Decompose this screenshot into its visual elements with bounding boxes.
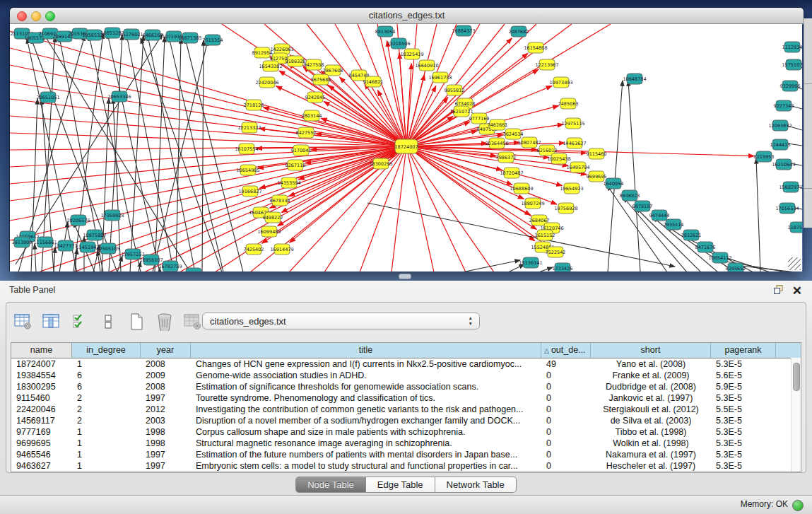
network-node[interactable]: 9146821: [363, 76, 384, 87]
network-node[interactable]: 5675685: [311, 74, 331, 85]
network-node[interactable]: 7986372: [496, 152, 517, 163]
network-node[interactable]: 16495794: [566, 162, 589, 173]
column-header-in-degree[interactable]: in_degree: [72, 343, 141, 358]
table-row[interactable]: 1872400712008Changes of HCN gene express…: [11, 358, 801, 370]
window-titlebar[interactable]: citations_edges.txt: [10, 8, 804, 24]
network-node[interactable]: 1615152: [535, 230, 555, 240]
network-node[interactable]: 12213323: [237, 122, 261, 133]
network-node[interactable]: 15692971: [779, 182, 802, 192]
tab-node-table[interactable]: Node Table: [295, 477, 366, 493]
network-node[interactable]: 7515354: [203, 35, 223, 45]
table-row[interactable]: 1830029562008Estimation of significance …: [11, 381, 801, 392]
network-node[interactable]: 8938923: [620, 190, 640, 201]
float-panel-icon[interactable]: [773, 284, 784, 298]
table-row[interactable]: 911546021997Tourette syndrome. Phenomeno…: [11, 392, 801, 404]
network-node[interactable]: 6466160: [143, 30, 163, 40]
network-node[interactable]: 9498222: [263, 212, 283, 223]
network-node[interactable]: 9955812: [445, 85, 465, 95]
scrollbar-thumb[interactable]: [793, 363, 800, 391]
network-node[interactable]: 1112934: [782, 42, 802, 52]
network-node[interactable]: 23218506: [387, 38, 410, 49]
network-node[interactable]: 15136141: [519, 257, 542, 268]
column-header-year[interactable]: year: [141, 343, 191, 358]
network-node[interactable]: 3913909: [12, 237, 33, 247]
network-node[interactable]: 19654923: [560, 183, 583, 194]
table-row[interactable]: 946554611997Estimation of the future num…: [11, 449, 801, 460]
network-node[interactable]: 2935114: [664, 219, 684, 230]
network-node[interactable]: 1244413: [770, 139, 791, 150]
network-node[interactable]: 2087682: [509, 26, 529, 37]
network-node[interactable]: 10648784: [623, 74, 646, 84]
network-node[interactable]: 20364456: [485, 138, 508, 148]
network-node[interactable]: 19166827: [238, 186, 261, 197]
network-node[interactable]: 22420046: [255, 77, 278, 88]
network-node[interactable]: 10654985: [236, 165, 259, 175]
close-panel-icon[interactable]: ✕: [792, 286, 802, 297]
network-node[interactable]: 18325419: [400, 49, 423, 59]
rows-icon[interactable]: [98, 313, 118, 331]
network-canvas[interactable]: 2113105319055724210691402069140620153624…: [10, 24, 802, 271]
column-header-short[interactable]: short: [591, 343, 711, 358]
network-node[interactable]: 20206576: [66, 215, 90, 226]
network-node[interactable]: 6879197: [632, 201, 653, 211]
network-node[interactable]: 10807487: [517, 137, 541, 148]
table-row[interactable]: 2242004622012Investigating the contribut…: [11, 404, 801, 415]
network-node[interactable]: 16154808: [524, 42, 547, 53]
network-node[interactable]: 16640910: [415, 60, 438, 71]
network-node[interactable]: 12213967: [535, 59, 558, 70]
network-node[interactable]: 8215953: [754, 151, 775, 162]
network-node[interactable]: 9242845: [305, 92, 326, 103]
network-node[interactable]: 20651051: [36, 92, 59, 103]
network-node[interactable]: 15751074: [782, 59, 802, 70]
network-node[interactable]: 3624534: [503, 129, 524, 139]
network-canvas-svg[interactable]: 2113105319055724210691402069140620153624…: [10, 24, 802, 271]
table-row[interactable]: 969969511998Structural magnetic resonanc…: [11, 438, 801, 449]
network-node[interactable]: 16961758: [428, 72, 452, 83]
new-document-icon[interactable]: [126, 313, 146, 331]
network-node[interactable]: 8267110: [286, 160, 306, 170]
table-row[interactable]: 1938455462009Genome-wide association stu…: [11, 370, 801, 381]
network-node[interactable]: 7425402: [244, 244, 264, 255]
tab-edge-table[interactable]: Edge Table: [366, 477, 435, 493]
window-resize-grip[interactable]: [788, 257, 801, 270]
table-scrollbar[interactable]: [791, 358, 801, 472]
network-node[interactable]: 16099489: [257, 226, 281, 237]
network-node[interactable]: 9245652: [726, 263, 746, 271]
network-node[interactable]: 9115460: [587, 148, 607, 159]
network-node[interactable]: 9170041: [291, 145, 312, 156]
network-node[interactable]: 10973493: [549, 77, 572, 88]
network-hub-node[interactable]: 18724007: [394, 139, 418, 153]
network-node[interactable]: 8186328: [286, 56, 306, 66]
network-node[interactable]: 16107554: [235, 144, 258, 154]
network-node[interactable]: 20653346: [107, 91, 131, 102]
network-node[interactable]: 9474444: [649, 210, 670, 221]
network-node[interactable]: 8813054: [375, 26, 396, 37]
network-node[interactable]: 9427508: [304, 59, 324, 70]
network-node[interactable]: 2718126: [244, 100, 264, 110]
network-node[interactable]: 12093832: [768, 120, 792, 131]
network-node[interactable]: 19756928: [554, 203, 577, 214]
network-node[interactable]: 18807249: [521, 198, 544, 209]
network-node[interactable]: 9699695: [587, 171, 607, 182]
row-checks-icon[interactable]: [70, 313, 90, 331]
network-node[interactable]: 8471676: [695, 242, 716, 252]
column-header-out-degree[interactable]: △out_de...: [541, 343, 591, 358]
network-node[interactable]: 9227343: [774, 100, 794, 111]
network-node[interactable]: 1187532: [788, 222, 802, 233]
network-node[interactable]: 2803144: [302, 110, 322, 121]
network-node[interactable]: 1733426: [553, 263, 573, 271]
network-node[interactable]: 10688609: [510, 183, 533, 194]
table-selector-dropdown[interactable]: citations_edges.txt ▲▼: [202, 313, 480, 329]
network-node[interactable]: 14353594: [277, 177, 300, 188]
column-header-pagerank[interactable]: pagerank: [711, 343, 776, 358]
network-node[interactable]: 12975115: [561, 118, 584, 129]
network-node[interactable]: 17016534: [775, 203, 799, 214]
network-node[interactable]: 7462661: [488, 119, 508, 130]
network-node[interactable]: 1640954: [604, 178, 624, 189]
network-node[interactable]: 10654112: [708, 252, 731, 263]
column-header-title[interactable]: title: [191, 343, 541, 358]
network-node[interactable]: 9777169: [469, 113, 490, 124]
network-node[interactable]: 8678334: [270, 195, 290, 206]
network-node[interactable]: 14463627: [563, 138, 586, 148]
table-settings-icon[interactable]: [13, 313, 33, 331]
